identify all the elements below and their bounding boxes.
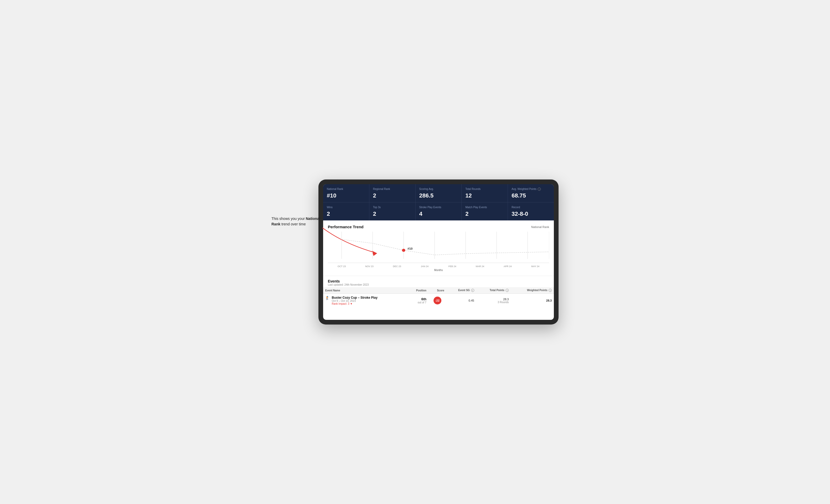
weighted-points-cell: 28.3 — [511, 294, 554, 308]
event-sg-cell: 0.45 — [446, 294, 476, 308]
stat-national-rank: National Rank #10 — [323, 184, 369, 202]
stat-top3s-value: 2 — [373, 210, 412, 217]
golf-icon: 🏌 — [325, 296, 330, 300]
tablet-screen: National Rank #10 Regional Rank 2 Scorin… — [323, 184, 554, 320]
stat-record-value: 32-8-0 — [512, 210, 550, 217]
stat-match-play-events: Match Play Events 2 — [462, 202, 508, 221]
stat-avg-weighted-points: Avg. Weighted Points i 68.75 — [508, 184, 554, 202]
annotation: This shows you your National Rank trend … — [272, 216, 324, 227]
table-row: 🏌 Buster Cozy Cup – Stroke Play Oct 9 – … — [323, 294, 554, 308]
col-event-name: Event Name — [323, 287, 407, 294]
stat-avg-weighted-points-value: 68.75 — [512, 192, 550, 199]
stat-stroke-play-events: Stroke Play Events 4 — [416, 202, 461, 221]
events-table: Event Name Position Score Event SG i — [323, 287, 554, 307]
tablet-frame: National Rank #10 Regional Rank 2 Scorin… — [318, 179, 558, 325]
x-label-nov23: NOV 23 — [355, 265, 383, 268]
event-position-sub: out of 7 — [409, 301, 426, 304]
col-position: Position — [407, 287, 428, 294]
stat-total-rounds: Total Rounds 12 — [462, 184, 508, 202]
x-label-oct23: OCT 23 — [328, 265, 355, 268]
stat-avg-weighted-points-label: Avg. Weighted Points i — [512, 187, 550, 191]
stat-national-rank-value: #10 — [327, 192, 365, 199]
stat-match-play-events-value: 2 — [466, 210, 504, 217]
events-title: Events — [328, 279, 549, 283]
event-name-cell: 🏌 Buster Cozy Cup – Stroke Play Oct 9 – … — [323, 294, 407, 308]
stat-wins-label: Wins — [327, 206, 365, 209]
stat-scoring-avg-value: 286.5 — [419, 192, 458, 199]
event-score-cell: -22 — [428, 294, 446, 308]
col-score: Score — [428, 287, 446, 294]
rank-direction-icon: ▼ — [350, 302, 353, 305]
event-score-badge: -22 — [434, 297, 441, 304]
stat-match-play-events-label: Match Play Events — [466, 206, 504, 209]
stat-national-rank-label: National Rank — [327, 187, 365, 191]
events-header: Events Last updated: 24th November 2023 — [323, 276, 554, 287]
performance-trend-section: Performance Trend National Rank — [323, 221, 554, 276]
col-weighted-points: Weighted Points i — [511, 287, 554, 294]
avg-weighted-points-info-icon[interactable]: i — [538, 188, 541, 191]
stat-scoring-avg-label: Scoring Avg. — [419, 187, 458, 191]
event-sg-info-icon[interactable]: i — [471, 289, 474, 292]
total-points-info-icon[interactable]: i — [506, 289, 509, 292]
stat-regional-rank-label: Regional Rank — [373, 187, 412, 191]
events-table-body: 🏌 Buster Cozy Cup – Stroke Play Oct 9 – … — [323, 294, 554, 308]
stats-row1: National Rank #10 Regional Rank 2 Scorin… — [323, 184, 554, 202]
total-rounds-value: 3 Rounds — [478, 301, 509, 304]
perf-axis-label: National Rank — [531, 225, 549, 229]
stat-wins-value: 2 — [327, 210, 365, 217]
rank-impact: Rank Impact: 3 ▼ — [332, 302, 377, 305]
col-event-sg: Event SG i — [446, 287, 476, 294]
stat-wins: Wins 2 — [323, 202, 369, 221]
chart-svg: #10 — [328, 232, 549, 263]
x-label-may24: MAY 24 — [521, 265, 549, 268]
annotation-after: trend over time — [281, 222, 306, 226]
svg-text:#10: #10 — [408, 247, 412, 250]
stat-stroke-play-events-label: Stroke Play Events — [419, 206, 458, 209]
stat-top3s: Top 3s 2 — [369, 202, 415, 221]
perf-header: Performance Trend National Rank — [328, 225, 549, 229]
total-points-value: 28.3 — [478, 298, 509, 301]
x-label-feb24: FEB 24 — [439, 265, 466, 268]
event-date: Oct 9 – Oct 10, 2023 — [332, 300, 377, 302]
stats-row2: Wins 2 Top 3s 2 Stroke Play Events 4 Mat… — [323, 202, 554, 221]
event-position: 6th — [409, 297, 426, 301]
stat-regional-rank: Regional Rank 2 — [369, 184, 415, 202]
stat-total-rounds-label: Total Rounds — [466, 187, 504, 191]
weighted-points-info-icon[interactable]: i — [549, 289, 552, 292]
performance-chart: #10 — [328, 232, 549, 263]
total-points-cell: 28.3 3 Rounds — [476, 294, 511, 308]
chart-x-labels: OCT 23 NOV 23 DEC 23 JAN 24 FEB 24 MAR 2… — [328, 264, 549, 268]
stat-regional-rank-value: 2 — [373, 192, 412, 199]
stat-scoring-avg: Scoring Avg. 286.5 — [416, 184, 461, 202]
col-total-points: Total Points i — [476, 287, 511, 294]
chart-months-label: Months — [328, 269, 549, 272]
stat-record: Record 32-8-0 — [508, 202, 554, 221]
annotation-text: This shows you your National Rank trend … — [272, 216, 320, 226]
x-label-dec23: DEC 23 — [383, 265, 411, 268]
x-label-mar24: MAR 24 — [466, 265, 494, 268]
svg-point-9 — [402, 248, 405, 252]
x-label-apr24: APR 24 — [494, 265, 521, 268]
stat-record-label: Record — [512, 206, 550, 209]
x-label-jan24: JAN 24 — [411, 265, 439, 268]
events-last-updated: Last updated: 24th November 2023 — [328, 283, 549, 286]
outer-wrapper: This shows you your National Rank trend … — [272, 179, 558, 325]
stat-total-rounds-value: 12 — [466, 192, 504, 199]
event-position-cell: 6th out of 7 — [407, 294, 428, 308]
perf-title: Performance Trend — [328, 225, 363, 229]
event-name-main: Buster Cozy Cup – Stroke Play — [332, 296, 377, 300]
stat-top3s-label: Top 3s — [373, 206, 412, 209]
stat-stroke-play-events-value: 4 — [419, 210, 458, 217]
events-table-header: Event Name Position Score Event SG i — [323, 287, 554, 294]
